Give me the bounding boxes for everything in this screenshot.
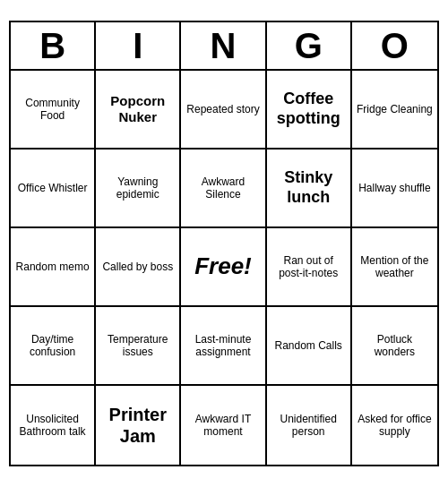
bingo-header: BINGO bbox=[11, 22, 437, 71]
bingo-cell-14: Mention of the weather bbox=[352, 228, 437, 307]
bingo-cell-11: Called by boss bbox=[96, 228, 181, 307]
bingo-cell-24: Asked for office supply bbox=[352, 386, 437, 465]
header-letter-n: N bbox=[181, 22, 266, 69]
bingo-cell-21: Printer Jam bbox=[96, 386, 181, 465]
bingo-cell-17: Last-minute assignment bbox=[181, 307, 266, 386]
bingo-cell-15: Day/time confusion bbox=[11, 307, 96, 386]
bingo-grid: Community FoodPopcorn NukerRepeated stor… bbox=[11, 71, 437, 465]
bingo-cell-18: Random Calls bbox=[267, 307, 352, 386]
bingo-cell-9: Hallway shuffle bbox=[352, 150, 437, 228]
bingo-cell-13: Ran out of post-it-notes bbox=[267, 228, 352, 307]
bingo-cell-23: Unidentified person bbox=[267, 386, 352, 465]
bingo-cell-7: Awkward Silence bbox=[181, 150, 266, 228]
header-letter-b: B bbox=[11, 22, 96, 69]
header-letter-i: I bbox=[96, 22, 181, 69]
bingo-cell-3: Coffee spotting bbox=[267, 71, 352, 150]
bingo-cell-1: Popcorn Nuker bbox=[96, 71, 181, 150]
bingo-cell-22: Awkward IT moment bbox=[181, 386, 266, 465]
header-letter-o: O bbox=[352, 22, 437, 69]
bingo-cell-0: Community Food bbox=[11, 71, 96, 150]
header-letter-g: G bbox=[267, 22, 352, 69]
bingo-cell-20: Unsolicited Bathroom talk bbox=[11, 386, 96, 465]
bingo-cell-6: Yawning epidemic bbox=[96, 150, 181, 228]
bingo-cell-16: Temperature issues bbox=[96, 307, 181, 386]
bingo-cell-5: Office Whistler bbox=[11, 150, 96, 228]
bingo-cell-2: Repeated story bbox=[181, 71, 266, 150]
bingo-cell-4: Fridge Cleaning bbox=[352, 71, 437, 150]
bingo-cell-12: Free! bbox=[181, 228, 266, 307]
bingo-cell-19: Potluck wonders bbox=[352, 307, 437, 386]
bingo-card: BINGO Community FoodPopcorn NukerRepeate… bbox=[9, 21, 439, 466]
bingo-cell-10: Random memo bbox=[11, 228, 96, 307]
bingo-cell-8: Stinky lunch bbox=[267, 150, 352, 228]
